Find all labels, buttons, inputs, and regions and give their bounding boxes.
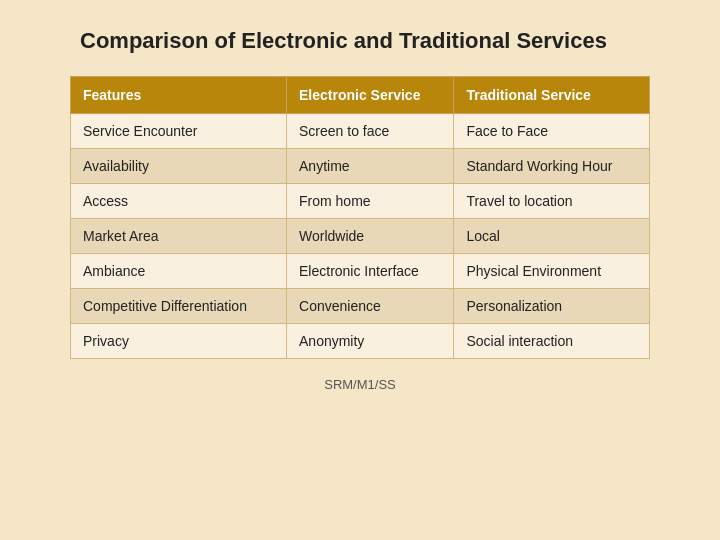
col-header-features: Features: [71, 77, 287, 114]
table-header-row: Features Electronic Service Traditional …: [71, 77, 650, 114]
table-cell-1-1: Anytime: [287, 149, 454, 184]
table-cell-2-1: From home: [287, 184, 454, 219]
table-cell-6-0: Privacy: [71, 324, 287, 359]
table-cell-0-0: Service Encounter: [71, 114, 287, 149]
table-cell-5-0: Competitive Differentiation: [71, 289, 287, 324]
table-cell-5-2: Personalization: [454, 289, 650, 324]
table-cell-2-0: Access: [71, 184, 287, 219]
table-row: AccessFrom homeTravel to location: [71, 184, 650, 219]
table-cell-0-2: Face to Face: [454, 114, 650, 149]
table-cell-4-2: Physical Environment: [454, 254, 650, 289]
table-row: Competitive DifferentiationConveniencePe…: [71, 289, 650, 324]
table-row: Market AreaWorldwideLocal: [71, 219, 650, 254]
comparison-table-wrapper: Features Electronic Service Traditional …: [70, 76, 650, 359]
comparison-table: Features Electronic Service Traditional …: [70, 76, 650, 359]
table-cell-3-0: Market Area: [71, 219, 287, 254]
col-header-traditional: Traditional Service: [454, 77, 650, 114]
table-cell-2-2: Travel to location: [454, 184, 650, 219]
table-cell-4-1: Electronic Interface: [287, 254, 454, 289]
table-cell-4-0: Ambiance: [71, 254, 287, 289]
table-cell-5-1: Convenience: [287, 289, 454, 324]
page-title: Comparison of Electronic and Traditional…: [80, 28, 607, 54]
footer-label: SRM/M1/SS: [324, 377, 396, 392]
table-cell-6-2: Social interaction: [454, 324, 650, 359]
col-header-electronic: Electronic Service: [287, 77, 454, 114]
table-row: PrivacyAnonymitySocial interaction: [71, 324, 650, 359]
table-cell-0-1: Screen to face: [287, 114, 454, 149]
table-row: AmbianceElectronic InterfacePhysical Env…: [71, 254, 650, 289]
table-cell-1-0: Availability: [71, 149, 287, 184]
table-cell-1-2: Standard Working Hour: [454, 149, 650, 184]
table-cell-3-2: Local: [454, 219, 650, 254]
table-row: AvailabilityAnytimeStandard Working Hour: [71, 149, 650, 184]
table-cell-3-1: Worldwide: [287, 219, 454, 254]
table-cell-6-1: Anonymity: [287, 324, 454, 359]
table-row: Service EncounterScreen to faceFace to F…: [71, 114, 650, 149]
